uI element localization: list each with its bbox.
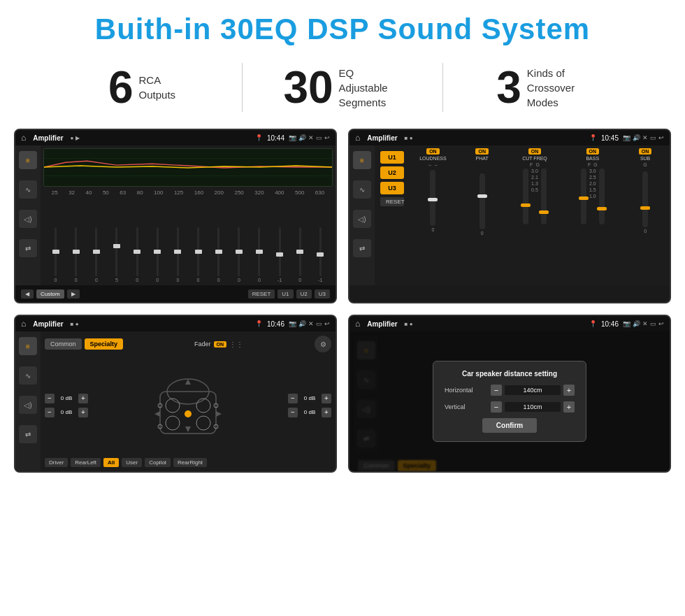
eq-icon-speaker[interactable]: ◁): [19, 210, 37, 228]
eq-slider-6[interactable]: 0: [168, 227, 187, 282]
eq-u1-btn[interactable]: U1: [277, 289, 293, 299]
eq-slider-12[interactable]: 0: [291, 227, 310, 282]
db-plus-2[interactable]: +: [78, 408, 88, 417]
close-icon-3: ✕: [308, 320, 314, 327]
vertical-value: 110cm: [505, 402, 561, 412]
eq-prev-btn[interactable]: ◀: [21, 289, 34, 299]
home-icon-4[interactable]: ⌂: [355, 319, 360, 329]
loudness-slider[interactable]: [430, 170, 435, 226]
db-control-4: − 0 dB +: [288, 408, 331, 417]
eq-slider-0[interactable]: 0: [46, 227, 65, 282]
crossover-icon-wave[interactable]: ∿: [353, 180, 371, 199]
cutfreq-slider-g[interactable]: [541, 169, 547, 224]
home-icon-3[interactable]: ⌂: [21, 319, 26, 329]
bass-slider-f[interactable]: [581, 169, 586, 224]
eq-icon-wave[interactable]: ∿: [19, 180, 37, 199]
volume-icon: 🔊: [298, 134, 306, 141]
eq-reset-btn[interactable]: RESET: [248, 289, 275, 299]
eq-slider-13[interactable]: -1: [311, 227, 330, 282]
eq-slider-7[interactable]: 0: [189, 227, 208, 282]
horizontal-minus[interactable]: −: [491, 385, 502, 396]
eq-play-btn[interactable]: ▶: [67, 289, 80, 299]
u3-button[interactable]: U3: [380, 182, 404, 194]
crossover-status-dots: ■ ●: [405, 135, 413, 141]
crossover-icon-arrows[interactable]: ⇄: [353, 239, 371, 257]
cutfreq-on[interactable]: ON: [528, 148, 542, 155]
loudness-on[interactable]: ON: [426, 148, 440, 155]
eq-u3-btn[interactable]: U3: [315, 289, 330, 299]
home-icon-2[interactable]: ⌂: [355, 133, 360, 143]
fader-rearright-btn[interactable]: RearRight: [173, 458, 207, 467]
stat-eq-desc: EQ Adjustable Segments: [339, 66, 402, 110]
eq-slider-10[interactable]: 0: [250, 227, 268, 282]
eq-u2-btn[interactable]: U2: [296, 289, 312, 299]
fader-icon-wave[interactable]: ∿: [19, 366, 37, 385]
eq-icon-active[interactable]: ≡: [19, 151, 37, 169]
vertical-minus[interactable]: −: [491, 401, 502, 413]
svg-marker-20: [216, 411, 222, 417]
eq-slider-2[interactable]: 0: [87, 227, 106, 282]
horizontal-label: Horizontal: [445, 387, 486, 394]
sub-slider[interactable]: [642, 171, 648, 227]
fader-icon-arrows[interactable]: ⇄: [19, 425, 37, 443]
db-minus-2[interactable]: −: [45, 408, 55, 417]
eq-title: Amplifier: [33, 134, 63, 142]
eq-icon-arrows[interactable]: ⇄: [19, 239, 37, 257]
fader-icon-speaker[interactable]: ◁): [19, 396, 37, 414]
back-icon-2: ↩: [658, 134, 664, 141]
distance-status-dots: ■ ●: [405, 321, 413, 327]
db-plus-4[interactable]: +: [322, 408, 331, 417]
eq-custom-btn[interactable]: Custom: [36, 289, 64, 299]
specialty-tab[interactable]: Specialty: [85, 338, 124, 350]
fader-all-btn[interactable]: All: [103, 458, 119, 467]
fader-on-badge[interactable]: ON: [214, 341, 227, 348]
fader-left: − 0 dB + − 0 dB +: [45, 355, 88, 455]
fader-copilot-btn[interactable]: Copilot: [145, 458, 171, 467]
eq-slider-5[interactable]: 0: [148, 227, 167, 282]
volume-icon-2: 🔊: [633, 134, 640, 141]
sub-on[interactable]: ON: [639, 148, 652, 155]
fader-rearleft-btn[interactable]: RearLeft: [71, 458, 101, 467]
eq-slider-8[interactable]: 0: [209, 227, 228, 282]
crossover-screen: ⌂ Amplifier ■ ● 📍 10:45 📷 🔊 ✕ ▭ ↩ ≡ ∿ ◁)…: [348, 129, 671, 303]
phat-slider[interactable]: [480, 173, 485, 229]
eq-content: ≡ ∿ ◁) ⇄: [15, 145, 336, 285]
eq-main: 2532405063 80100125160200 25032040050063…: [41, 145, 336, 285]
db-minus-4[interactable]: −: [288, 408, 298, 417]
home-icon[interactable]: ⌂: [21, 133, 26, 143]
crossover-reset-btn[interactable]: RESET: [380, 197, 404, 206]
db-plus-3[interactable]: +: [322, 394, 331, 403]
camera-icon-3: 📷: [289, 320, 296, 327]
fader-icon-active[interactable]: ≡: [19, 337, 37, 355]
back-icon: ↩: [324, 134, 330, 141]
confirm-button[interactable]: Confirm: [482, 418, 537, 433]
crossover-icon-speaker[interactable]: ◁): [353, 210, 371, 228]
vertical-plus[interactable]: +: [563, 401, 575, 413]
crossover-main: U1 U2 U3 RESET ON LOUDNESS ~~: [375, 145, 670, 285]
bass-slider-g[interactable]: [599, 169, 605, 224]
fader-left-icons: ≡ ∿ ◁) ⇄: [15, 331, 41, 471]
fader-driver-btn[interactable]: Driver: [45, 458, 68, 467]
eq-slider-9[interactable]: 0: [229, 227, 248, 282]
fader-settings-icon[interactable]: ⚙: [315, 336, 331, 352]
common-tab[interactable]: Common: [45, 338, 82, 350]
crossover-left-icons: ≡ ∿ ◁) ⇄: [349, 145, 375, 285]
bass-on[interactable]: ON: [586, 148, 600, 155]
eq-freq-labels: 2532405063 80100125160200 25032040050063…: [43, 189, 333, 196]
crossover-icon-active[interactable]: ≡: [353, 151, 371, 169]
fader-user-btn[interactable]: User: [122, 458, 142, 467]
eq-slider-11[interactable]: -1: [271, 227, 289, 282]
horizontal-plus[interactable]: +: [563, 385, 575, 396]
stat-crossover: 3 Kinds of Crossover Modes: [443, 65, 643, 110]
db-minus-1[interactable]: −: [45, 394, 55, 403]
phat-on[interactable]: ON: [475, 148, 489, 155]
eq-slider-4[interactable]: 0: [128, 227, 147, 282]
eq-slider-1[interactable]: 0: [66, 227, 85, 282]
db-plus-1[interactable]: +: [78, 394, 88, 403]
stat-rca-desc: RCA Outputs: [139, 73, 176, 102]
u1-button[interactable]: U1: [380, 151, 404, 164]
u2-button[interactable]: U2: [380, 166, 404, 179]
db-minus-3[interactable]: −: [288, 394, 298, 403]
cutfreq-slider-f[interactable]: [523, 169, 528, 224]
eq-slider-3[interactable]: 5: [107, 227, 126, 282]
